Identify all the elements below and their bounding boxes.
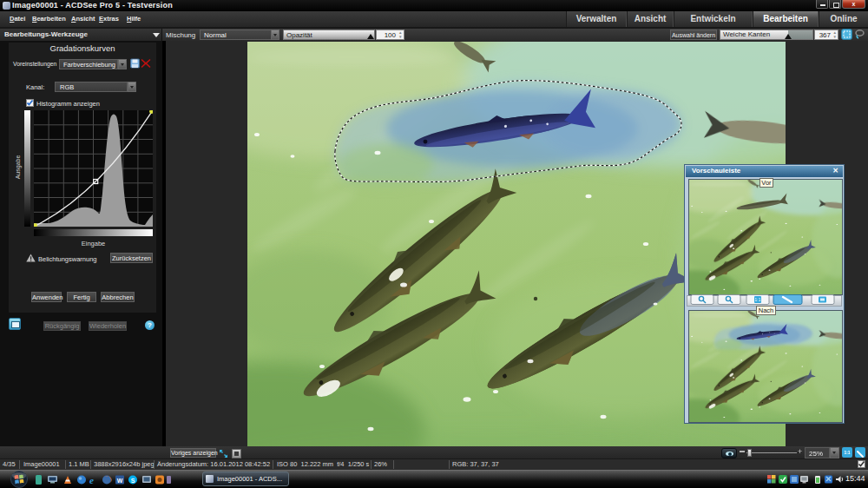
svg-text:S: S — [131, 478, 135, 484]
svg-text:1:1: 1:1 — [755, 297, 761, 302]
svg-text:e: e — [89, 475, 94, 485]
svg-text:W: W — [117, 478, 123, 484]
